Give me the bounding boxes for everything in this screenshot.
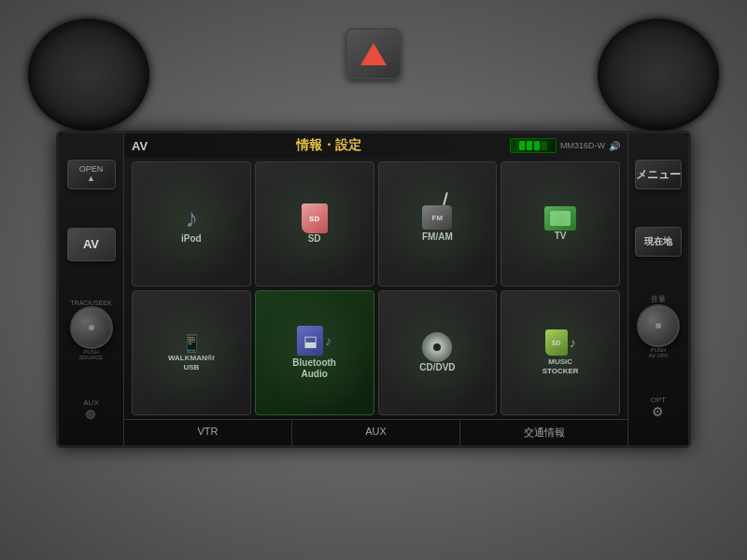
av-label: AV — [83, 238, 99, 251]
fmam-button[interactable]: FM FM/AM — [378, 161, 498, 287]
screen: AV 情報・設定 MM316D-W 🔊 — [124, 133, 627, 445]
vtr-label: VTR — [198, 426, 218, 437]
stocker-label: STOCKER — [543, 367, 579, 376]
ipod-label: iPod — [181, 233, 202, 245]
volume-label: 音量 — [637, 294, 680, 304]
opt-area: OPT ⚙ — [651, 396, 666, 419]
hazard-icon — [360, 43, 387, 65]
volume-knob[interactable] — [637, 304, 680, 347]
ipod-button[interactable]: ♪ iPod — [132, 161, 251, 287]
aux-nav-item[interactable]: AUX — [292, 420, 460, 445]
tv-label: TV — [555, 231, 567, 242]
usb-label: USB — [183, 363, 199, 372]
audio-label: Audio — [301, 369, 327, 380]
stocker-icon: SD — [545, 329, 568, 356]
menu-label: メニュー — [636, 167, 681, 183]
sd-button[interactable]: SD SD — [255, 161, 374, 287]
vtr-nav-item[interactable]: VTR — [124, 420, 292, 445]
walkman-label: WALKMAN®/ — [168, 354, 215, 363]
cddvd-button[interactable]: CD/DVD — [378, 290, 498, 415]
aux-nav-label: AUX — [365, 426, 387, 437]
fmam-label: FM/AM — [422, 231, 453, 243]
traffic-nav-item[interactable]: 交通情報 — [460, 420, 627, 445]
signal-icon: 🔊 — [609, 141, 620, 151]
av-button[interactable]: AV — [67, 228, 116, 261]
cddvd-label: CD/DVD — [419, 362, 455, 373]
screen-title: 情報・設定 — [148, 137, 510, 154]
vent-right — [598, 19, 719, 131]
aux-label: AUX — [83, 399, 98, 407]
opt-label: OPT — [651, 396, 666, 404]
sd-icon: SD — [302, 203, 328, 233]
location-button[interactable]: 現在地 — [635, 227, 682, 257]
screen-av-label: AV — [132, 139, 148, 153]
grid-row-1: ♪ iPod SD SD — [132, 161, 620, 287]
location-label: 現在地 — [644, 235, 672, 248]
track-seek-knob[interactable] — [70, 306, 113, 349]
cd-icon — [422, 332, 452, 362]
bottom-nav: VTR AUX 交通情報 — [124, 419, 627, 445]
aux-port — [86, 410, 95, 419]
antenna-icon — [444, 192, 449, 205]
music-label: MUSIC — [548, 357, 572, 367]
push-source-label: PUSHSOURCE — [70, 349, 113, 360]
walkman-icon: 📱 — [181, 333, 202, 354]
tv-icon — [544, 206, 576, 231]
media-grid: ♪ iPod SD SD — [124, 158, 627, 419]
sd-label: SD — [308, 233, 321, 245]
volume-knob-dot — [655, 323, 661, 329]
walkman-button[interactable]: 📱 WALKMAN®/ USB — [132, 290, 251, 415]
ipod-icon: ♪ — [185, 203, 198, 233]
push-avoff-label: PUSHAV OFF — [637, 347, 680, 358]
bluetooth-button[interactable]: ⬓ ♪ Bluetooth Audio — [255, 290, 374, 415]
fmam-icon: FM — [422, 205, 452, 230]
hazard-button[interactable] — [345, 28, 402, 79]
traffic-label: 交通情報 — [524, 427, 565, 438]
grid-row-2: 📱 WALKMAN®/ USB ⬓ ♪ Bluetooth — [132, 290, 620, 415]
tv-button[interactable]: TV — [500, 161, 620, 287]
right-controls: メニュー 現在地 音量 PUSHAV OFF OPT ⚙ — [627, 133, 688, 445]
head-unit: OPEN ▲ AV TRACK/SEEK PUSHSOURCE AUX — [56, 131, 691, 448]
model-label: MM316D-W — [560, 141, 605, 150]
screen-topbar: AV 情報・設定 MM316D-W 🔊 — [124, 133, 627, 158]
open-button[interactable]: OPEN ▲ — [67, 160, 116, 189]
led-display — [510, 138, 557, 153]
vent-left — [28, 19, 149, 131]
car-panel: OPEN ▲ AV TRACK/SEEK PUSHSOURCE AUX — [0, 0, 747, 560]
stocker-button[interactable]: SD ♪ MUSIC STOCKER — [500, 290, 620, 415]
left-controls: OPEN ▲ AV TRACK/SEEK PUSHSOURCE AUX — [59, 133, 124, 445]
knob-dot — [89, 325, 94, 330]
gear-icon[interactable]: ⚙ — [652, 404, 664, 419]
track-seek-label: TRACK/SEEK — [70, 300, 113, 306]
bluetooth-label: Bluetooth — [292, 357, 336, 369]
menu-button[interactable]: メニュー — [635, 160, 682, 189]
bluetooth-icon: ⬓ — [297, 326, 323, 356]
eject-symbol: ▲ — [87, 175, 95, 184]
